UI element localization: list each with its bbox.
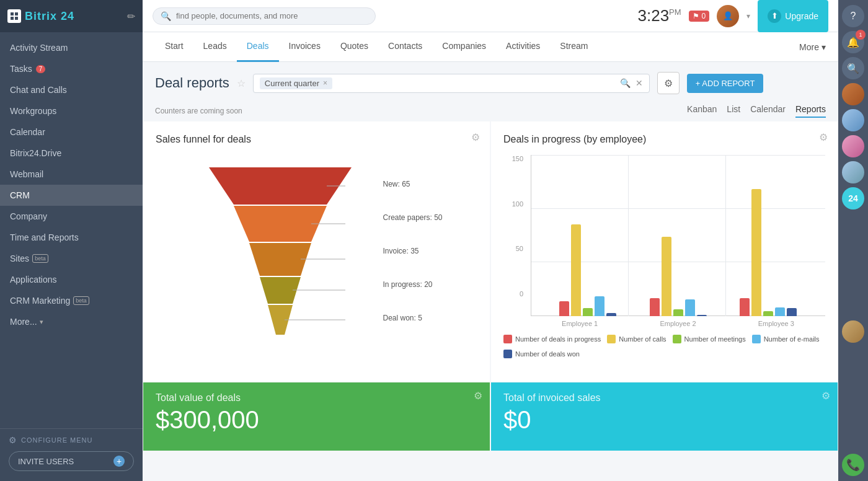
bottom-cards: Total value of deals ⚙ $300,000 Total of… bbox=[143, 382, 838, 451]
nav-label: Company bbox=[10, 211, 47, 221]
tab-stream[interactable]: Stream bbox=[550, 32, 598, 62]
notification-button[interactable]: 🔔 1 bbox=[842, 31, 864, 53]
sidebar-item-applications[interactable]: Applications bbox=[0, 269, 143, 290]
employee-group-3 bbox=[724, 189, 813, 316]
notifications-count-badge[interactable]: 24 bbox=[842, 187, 864, 210]
funnel-label-new: New: 65 bbox=[383, 180, 442, 188]
charts-row: Sales funnel for deals ⚙ bbox=[143, 121, 838, 382]
search-icon[interactable]: 🔍 bbox=[620, 78, 631, 88]
tab-invoices[interactable]: Invoices bbox=[279, 32, 330, 62]
svg-rect-3 bbox=[15, 17, 18, 20]
sidebar-item-more[interactable]: More... ▾ bbox=[0, 311, 143, 332]
tab-contacts[interactable]: Contacts bbox=[378, 32, 432, 62]
bar-chart: 150 100 50 0 bbox=[503, 155, 825, 353]
logo-bitrix: Bitrix bbox=[25, 10, 57, 22]
y-label: 150 bbox=[512, 155, 523, 162]
upgrade-button[interactable]: ⬆ Upgrade bbox=[758, 0, 828, 32]
clear-filter-icon[interactable]: ✕ bbox=[636, 78, 643, 88]
user-avatar-1[interactable] bbox=[842, 83, 864, 105]
phone-button[interactable]: 📞 bbox=[842, 454, 864, 476]
sidebar-item-timereports[interactable]: Time and Reports bbox=[0, 227, 143, 248]
gear-icon[interactable]: ⚙ bbox=[822, 390, 830, 402]
notification-badge: 1 bbox=[856, 30, 866, 40]
y-label: 50 bbox=[516, 245, 523, 252]
sidebar-item-drive[interactable]: Bitrix24.Drive bbox=[0, 143, 143, 164]
topbar: 🔍 3:23PM ⚑ 0 👤 ▾ ⬆ Upgrade bbox=[143, 0, 838, 32]
help-button[interactable]: ? bbox=[842, 5, 864, 27]
nav-label: Bitrix24.Drive bbox=[10, 148, 61, 158]
settings-button[interactable]: ⚙ bbox=[657, 72, 680, 94]
invite-users-button[interactable]: INVITE USERS + bbox=[9, 451, 134, 471]
bar-deals-progress-3 bbox=[740, 298, 750, 316]
view-list[interactable]: List bbox=[727, 104, 740, 118]
configure-menu[interactable]: ⚙ CONFIGURE MENU bbox=[9, 435, 134, 445]
user-avatar-2[interactable] bbox=[842, 109, 864, 131]
bar-emails-3 bbox=[775, 307, 785, 316]
nav-label: Webmail bbox=[10, 169, 43, 179]
edit-icon[interactable]: ✏ bbox=[127, 11, 135, 22]
funnel-label-inprogress: In progress: 20 bbox=[383, 280, 442, 289]
employee-group-1 bbox=[543, 224, 632, 316]
upgrade-icon: ⬆ bbox=[768, 9, 781, 23]
main-content: 🔍 3:23PM ⚑ 0 👤 ▾ ⬆ Upgrade Start Leads D… bbox=[143, 0, 838, 481]
avatar[interactable]: 👤 bbox=[717, 5, 739, 27]
view-calendar[interactable]: Calendar bbox=[750, 104, 786, 118]
tasks-badge: 7 bbox=[36, 65, 46, 73]
y-label: 0 bbox=[520, 290, 523, 298]
nav-label: Sites bbox=[10, 254, 29, 263]
flag-icon: ⚑ bbox=[693, 12, 699, 20]
sidebar-item-workgroups[interactable]: Workgroups bbox=[0, 100, 143, 121]
sidebar-item-webmail[interactable]: Webmail bbox=[0, 164, 143, 185]
sidebar-item-sites[interactable]: Sites beta bbox=[0, 248, 143, 269]
filter-bar: Current quarter × 🔍 ✕ bbox=[253, 74, 650, 93]
card-title: Total of invoiced sales bbox=[503, 392, 825, 404]
bar-calls-1 bbox=[571, 224, 581, 316]
legend-color bbox=[673, 335, 681, 343]
tab-deals[interactable]: Deals bbox=[237, 32, 279, 62]
view-reports[interactable]: Reports bbox=[795, 104, 826, 118]
legend-deals-progress: Number of deals in progress bbox=[503, 335, 601, 343]
funnel-label-text: Deal won: 5 bbox=[383, 314, 422, 322]
sidebar-logo: Bitrix 24 bbox=[7, 9, 74, 23]
clock-time: 3:23 bbox=[638, 6, 670, 25]
sidebar-item-company[interactable]: Company bbox=[0, 206, 143, 227]
sidebar-item-activity[interactable]: Activity Stream bbox=[0, 37, 143, 58]
svg-rect-0 bbox=[11, 12, 14, 15]
close-icon[interactable]: × bbox=[323, 79, 327, 87]
funnel-label-text: In progress: 20 bbox=[383, 280, 432, 289]
sales-funnel-panel: Sales funnel for deals ⚙ bbox=[143, 121, 490, 382]
tab-companies[interactable]: Companies bbox=[432, 32, 496, 62]
legend-won: Number of deals won bbox=[503, 350, 580, 358]
search-button[interactable]: 🔍 bbox=[842, 57, 864, 79]
invite-label: INVITE USERS bbox=[18, 457, 74, 466]
filter-tag-item: Current quarter × bbox=[260, 77, 332, 89]
sidebar-header: Bitrix 24 ✏ bbox=[0, 0, 143, 32]
legend-label: Number of deals in progress bbox=[515, 335, 601, 343]
gear-icon[interactable]: ⚙ bbox=[819, 131, 828, 143]
tab-start[interactable]: Start bbox=[155, 32, 193, 62]
tab-leads[interactable]: Leads bbox=[193, 32, 237, 62]
nav-label: Calendar bbox=[10, 127, 45, 137]
user-avatar-5[interactable] bbox=[842, 320, 864, 343]
tab-quotes[interactable]: Quotes bbox=[330, 32, 378, 62]
user-avatar-3[interactable] bbox=[842, 135, 864, 157]
chevron-down-icon[interactable]: ▾ bbox=[746, 12, 750, 20]
sidebar-item-calendar[interactable]: Calendar bbox=[0, 121, 143, 143]
view-kanban[interactable]: Kanban bbox=[687, 104, 717, 118]
x-label-emp2: Employee 2 bbox=[629, 320, 727, 327]
search-input[interactable] bbox=[176, 11, 368, 20]
sidebar-item-chat[interactable]: Chat and Calls bbox=[0, 79, 143, 100]
gear-icon[interactable]: ⚙ bbox=[471, 131, 480, 143]
user-avatar-4[interactable] bbox=[842, 161, 864, 183]
tab-more[interactable]: More ▾ bbox=[799, 42, 826, 52]
legend-color bbox=[503, 335, 512, 343]
tab-activities[interactable]: Activities bbox=[496, 32, 550, 62]
sidebar-item-crmmarketing[interactable]: CRM Marketing beta bbox=[0, 290, 143, 311]
sidebar-item-tasks[interactable]: Tasks 7 bbox=[0, 58, 143, 79]
gear-icon[interactable]: ⚙ bbox=[474, 390, 482, 402]
funnel-label-text: New: 65 bbox=[383, 180, 410, 188]
plus-icon: + bbox=[113, 456, 125, 467]
sidebar-item-crm[interactable]: CRM bbox=[0, 185, 143, 206]
add-report-button[interactable]: + ADD REPORT bbox=[687, 74, 763, 93]
star-icon[interactable]: ☆ bbox=[237, 77, 246, 89]
